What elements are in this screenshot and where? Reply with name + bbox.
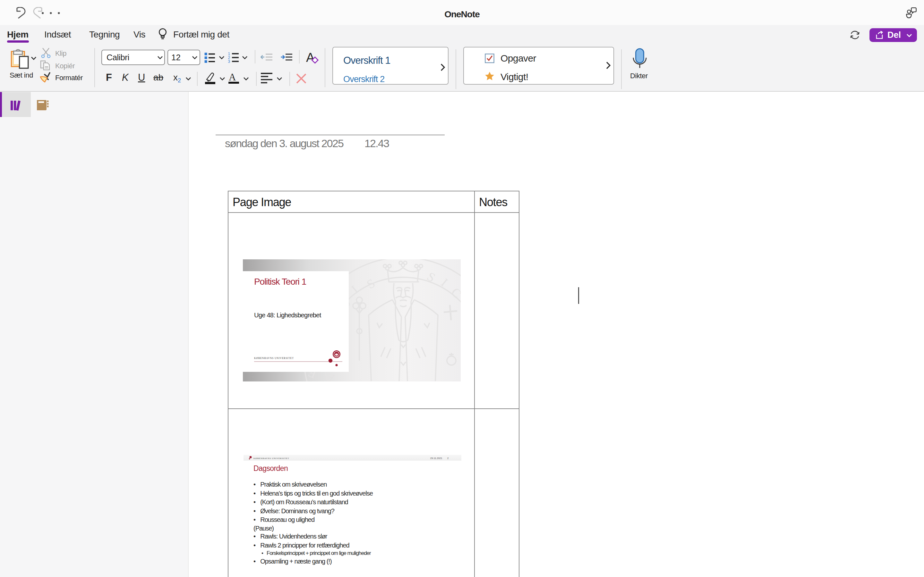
svg-text:S: S	[365, 276, 377, 292]
svg-text:2: 2	[447, 456, 449, 459]
svg-text:C: C	[449, 285, 461, 300]
svg-text:29.11.2021: 29.11.2021	[430, 456, 442, 459]
svg-text:I: I	[439, 276, 451, 289]
svg-text:S: S	[425, 269, 438, 285]
svg-text:KØBENHAVNS UNIVERSITET: KØBENHAVNS UNIVERSITET	[254, 357, 294, 359]
svg-text:KØBENHAVNS UNIVERSITET: KØBENHAVNS UNIVERSITET	[254, 457, 289, 459]
svg-text:3: 3	[228, 59, 230, 63]
svg-text:A: A	[306, 51, 315, 64]
